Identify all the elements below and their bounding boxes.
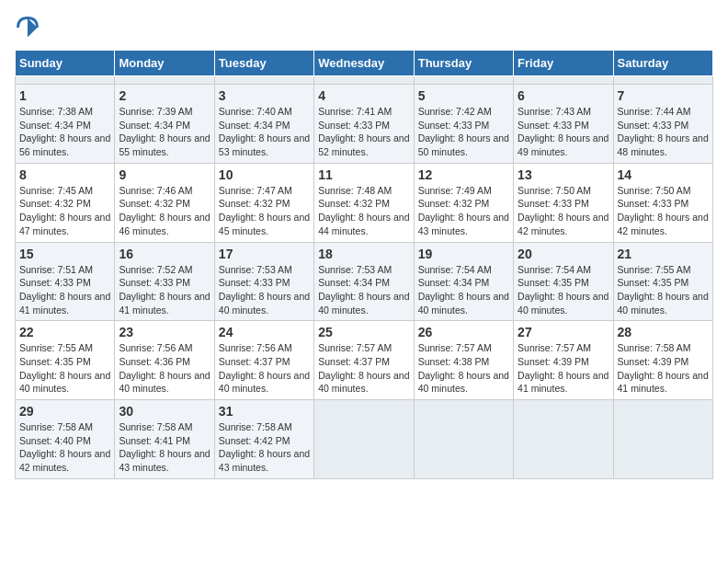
calendar-cell: 27 Sunrise: 7:57 AM Sunset: 4:39 PM Dayl… [514, 321, 613, 400]
sunset-text: Sunset: 4:33 PM [618, 197, 709, 211]
sunset-text: Sunset: 4:33 PM [518, 119, 609, 132]
sunset-text: Sunset: 4:35 PM [618, 276, 709, 290]
calendar-cell: 9 Sunrise: 7:46 AM Sunset: 4:32 PM Dayli… [115, 163, 214, 242]
day-number: 11 [318, 167, 409, 182]
calendar-week-0 [16, 76, 713, 85]
column-header-friday: Friday [514, 51, 613, 76]
calendar-cell [314, 400, 414, 479]
daylight-text: Daylight: 8 hours and 52 minutes. [318, 132, 409, 158]
day-number: 30 [119, 404, 210, 419]
calendar-cell: 20 Sunrise: 7:54 AM Sunset: 4:35 PM Dayl… [514, 242, 613, 321]
day-info: Sunrise: 7:45 AM Sunset: 4:32 PM Dayligh… [19, 184, 110, 238]
sunset-text: Sunset: 4:32 PM [219, 197, 310, 211]
day-number: 18 [318, 247, 409, 261]
day-number: 5 [418, 88, 509, 103]
daylight-text: Daylight: 8 hours and 41 minutes. [19, 290, 110, 316]
day-number: 25 [318, 325, 409, 339]
day-info: Sunrise: 7:57 AM Sunset: 4:38 PM Dayligh… [418, 341, 509, 396]
calendar-cell: 24 Sunrise: 7:56 AM Sunset: 4:37 PM Dayl… [214, 321, 313, 400]
calendar-cell: 21 Sunrise: 7:55 AM Sunset: 4:35 PM Dayl… [613, 242, 712, 321]
daylight-text: Daylight: 8 hours and 48 minutes. [618, 132, 709, 158]
day-info: Sunrise: 7:58 AM Sunset: 4:40 PM Dayligh… [19, 420, 110, 475]
calendar-week-4: 22 Sunrise: 7:55 AM Sunset: 4:35 PM Dayl… [16, 321, 713, 400]
daylight-text: Daylight: 8 hours and 47 minutes. [19, 211, 110, 237]
day-info: Sunrise: 7:39 AM Sunset: 4:34 PM Dayligh… [119, 105, 210, 159]
daylight-text: Daylight: 8 hours and 41 minutes. [518, 369, 609, 396]
calendar-cell: 31 Sunrise: 7:58 AM Sunset: 4:42 PM Dayl… [214, 400, 313, 479]
day-number: 1 [19, 88, 110, 103]
sunrise-text: Sunrise: 7:58 AM [119, 420, 210, 434]
sunset-text: Sunset: 4:38 PM [418, 355, 509, 369]
calendar-cell [16, 76, 115, 85]
calendar-cell: 17 Sunrise: 7:53 AM Sunset: 4:33 PM Dayl… [214, 242, 313, 321]
day-number: 29 [19, 404, 110, 419]
day-info: Sunrise: 7:48 AM Sunset: 4:32 PM Dayligh… [318, 184, 409, 238]
calendar-week-3: 15 Sunrise: 7:51 AM Sunset: 4:33 PM Dayl… [16, 242, 713, 321]
sunset-text: Sunset: 4:33 PM [618, 119, 709, 132]
daylight-text: Daylight: 8 hours and 50 minutes. [418, 132, 509, 158]
day-number: 6 [518, 88, 609, 103]
calendar-cell [613, 76, 712, 85]
day-info: Sunrise: 7:38 AM Sunset: 4:34 PM Dayligh… [19, 105, 110, 159]
calendar-body: 1 Sunrise: 7:38 AM Sunset: 4:34 PM Dayli… [16, 76, 713, 479]
day-number: 16 [119, 247, 210, 261]
sunset-text: Sunset: 4:34 PM [418, 276, 509, 290]
calendar-cell: 2 Sunrise: 7:39 AM Sunset: 4:34 PM Dayli… [115, 85, 214, 164]
sunset-text: Sunset: 4:33 PM [518, 197, 609, 211]
day-info: Sunrise: 7:53 AM Sunset: 4:33 PM Dayligh… [219, 263, 310, 317]
day-number: 17 [219, 247, 310, 261]
calendar-week-1: 1 Sunrise: 7:38 AM Sunset: 4:34 PM Dayli… [16, 85, 713, 164]
daylight-text: Daylight: 8 hours and 42 minutes. [19, 447, 110, 474]
page-header [15, 15, 713, 40]
calendar-week-5: 29 Sunrise: 7:58 AM Sunset: 4:40 PM Dayl… [16, 400, 713, 479]
sunset-text: Sunset: 4:32 PM [418, 197, 509, 211]
sunrise-text: Sunrise: 7:58 AM [618, 341, 709, 355]
daylight-text: Daylight: 8 hours and 49 minutes. [518, 132, 609, 158]
sunset-text: Sunset: 4:36 PM [119, 355, 210, 369]
day-number: 4 [318, 88, 409, 103]
column-header-wednesday: Wednesday [314, 51, 414, 76]
calendar-cell: 22 Sunrise: 7:55 AM Sunset: 4:35 PM Dayl… [16, 321, 115, 400]
sunset-text: Sunset: 4:37 PM [219, 355, 310, 369]
day-info: Sunrise: 7:43 AM Sunset: 4:33 PM Dayligh… [518, 105, 609, 159]
sunrise-text: Sunrise: 7:45 AM [19, 184, 110, 198]
calendar-cell: 13 Sunrise: 7:50 AM Sunset: 4:33 PM Dayl… [514, 163, 613, 242]
daylight-text: Daylight: 8 hours and 40 minutes. [318, 290, 409, 316]
calendar-cell: 26 Sunrise: 7:57 AM Sunset: 4:38 PM Dayl… [414, 321, 513, 400]
daylight-text: Daylight: 8 hours and 40 minutes. [418, 290, 509, 316]
daylight-text: Daylight: 8 hours and 56 minutes. [19, 132, 110, 158]
day-number: 7 [618, 88, 709, 103]
day-info: Sunrise: 7:50 AM Sunset: 4:33 PM Dayligh… [518, 184, 609, 238]
calendar-cell: 19 Sunrise: 7:54 AM Sunset: 4:34 PM Dayl… [414, 242, 513, 321]
sunset-text: Sunset: 4:34 PM [19, 119, 110, 132]
sunrise-text: Sunrise: 7:49 AM [418, 184, 509, 198]
sunrise-text: Sunrise: 7:58 AM [219, 420, 310, 434]
daylight-text: Daylight: 8 hours and 42 minutes. [518, 211, 609, 237]
day-number: 8 [19, 167, 110, 182]
day-info: Sunrise: 7:56 AM Sunset: 4:37 PM Dayligh… [219, 341, 310, 396]
day-info: Sunrise: 7:56 AM Sunset: 4:36 PM Dayligh… [119, 341, 210, 396]
daylight-text: Daylight: 8 hours and 41 minutes. [119, 290, 210, 316]
logo [15, 15, 44, 40]
daylight-text: Daylight: 8 hours and 40 minutes. [19, 369, 110, 396]
sunrise-text: Sunrise: 7:53 AM [219, 263, 310, 277]
day-number: 19 [418, 247, 509, 261]
calendar-cell [414, 76, 513, 85]
calendar-cell: 4 Sunrise: 7:41 AM Sunset: 4:33 PM Dayli… [314, 85, 414, 164]
calendar-cell: 12 Sunrise: 7:49 AM Sunset: 4:32 PM Dayl… [414, 163, 513, 242]
daylight-text: Daylight: 8 hours and 43 minutes. [119, 447, 210, 474]
sunset-text: Sunset: 4:33 PM [119, 276, 210, 290]
daylight-text: Daylight: 8 hours and 43 minutes. [418, 211, 509, 237]
calendar-cell: 23 Sunrise: 7:56 AM Sunset: 4:36 PM Dayl… [115, 321, 214, 400]
header-row: SundayMondayTuesdayWednesdayThursdayFrid… [16, 51, 713, 76]
sunrise-text: Sunrise: 7:52 AM [119, 263, 210, 277]
sunset-text: Sunset: 4:34 PM [318, 276, 409, 290]
day-number: 22 [19, 325, 110, 339]
calendar-cell: 1 Sunrise: 7:38 AM Sunset: 4:34 PM Dayli… [16, 85, 115, 164]
daylight-text: Daylight: 8 hours and 40 minutes. [219, 369, 310, 396]
sunrise-text: Sunrise: 7:57 AM [318, 341, 409, 355]
sunrise-text: Sunrise: 7:55 AM [19, 341, 110, 355]
column-header-thursday: Thursday [414, 51, 513, 76]
sunrise-text: Sunrise: 7:54 AM [418, 263, 509, 277]
day-number: 13 [518, 167, 609, 182]
